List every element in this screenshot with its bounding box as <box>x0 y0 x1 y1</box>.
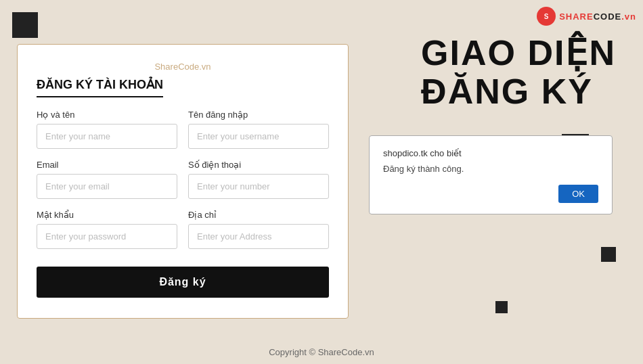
logo-icon: S <box>537 7 556 26</box>
form-group-email: Email <box>37 160 177 199</box>
input-address[interactable] <box>188 224 329 249</box>
heading-line1: GIAO DIỆN <box>421 34 616 72</box>
logo-code: CODE <box>594 12 622 22</box>
form-group-address: Địa chỉ <box>188 210 329 249</box>
logo-highlight: SHARE <box>559 12 594 22</box>
dialog-footer: OK <box>383 185 598 203</box>
form-title: ĐĂNG KÝ TÀI KHOẢN <box>37 77 163 97</box>
input-email[interactable] <box>37 174 177 199</box>
footer-text: Copyright © ShareCode.vn <box>269 347 374 357</box>
label-password: Mật khẩu <box>37 210 177 220</box>
input-password[interactable] <box>37 224 177 249</box>
registration-form-card: ShareCode.vn ĐĂNG KÝ TÀI KHOẢN Họ và tên… <box>17 44 349 319</box>
dialog-site: shopdico.tk cho biết <box>383 148 598 158</box>
label-email: Email <box>37 160 177 170</box>
form-group-password: Mật khẩu <box>37 210 177 249</box>
label-phone: Số điện thoại <box>188 160 329 170</box>
logo-domain: .vn <box>621 12 636 22</box>
form-row-2: Email Số điện thoại <box>37 160 329 199</box>
logo-text: SHARECODE.vn <box>559 12 636 22</box>
footer: Copyright © ShareCode.vn <box>0 347 643 357</box>
submit-button[interactable]: Đăng ký <box>37 267 329 298</box>
dialog-message: Đăng ký thành công. <box>383 164 598 174</box>
input-full-name[interactable] <box>37 124 177 149</box>
deco-square-top-left <box>12 12 38 38</box>
form-row-1: Họ và tên Tên đăng nhập <box>37 110 329 149</box>
form-row-3: Mật khẩu Địa chỉ <box>37 210 329 249</box>
input-username[interactable] <box>188 124 329 149</box>
input-phone[interactable] <box>188 174 329 199</box>
label-full-name: Họ và tên <box>37 110 177 120</box>
label-username: Tên đăng nhập <box>188 110 329 120</box>
form-group-phone: Số điện thoại <box>188 160 329 199</box>
deco-square-right2 <box>601 247 616 262</box>
main-heading: GIAO DIỆN ĐĂNG KÝ <box>421 34 616 111</box>
form-group-full-name: Họ và tên <box>37 110 177 149</box>
success-dialog: shopdico.tk cho biết Đăng ký thành công.… <box>369 135 613 214</box>
form-brand: ShareCode.vn <box>37 62 329 72</box>
label-address: Địa chỉ <box>188 210 329 220</box>
heading-line2: ĐĂNG KÝ <box>421 72 616 111</box>
form-group-username: Tên đăng nhập <box>188 110 329 149</box>
deco-square-right3 <box>495 301 508 313</box>
dialog-ok-button[interactable]: OK <box>558 185 598 203</box>
logo-top-right: S SHARECODE.vn <box>537 7 636 26</box>
